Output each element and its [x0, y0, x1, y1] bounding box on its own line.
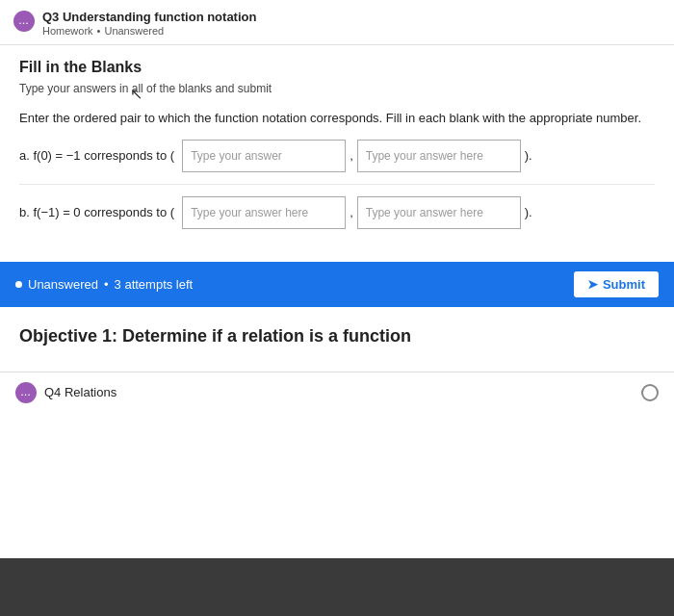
footer-status-label: Unanswered: [28, 277, 98, 292]
q4-row[interactable]: ... Q4 Relations: [0, 372, 674, 413]
bottom-bar: [0, 558, 674, 616]
row-a-label: a. f(0) = −1 corresponds to (: [19, 148, 174, 163]
q4-circle-icon: [641, 384, 659, 401]
objective-section: Objective 1: Determine if a relation is …: [0, 307, 674, 372]
objective-title: Objective 1: Determine if a relation is …: [19, 326, 655, 346]
submit-label: Submit: [603, 277, 645, 292]
q4-label: Q4 Relations: [44, 385, 117, 399]
blank-row-a: a. f(0) = −1 corresponds to ( , ).: [19, 140, 655, 172]
footer-separator: •: [104, 277, 109, 292]
separator-dot: •: [97, 25, 101, 37]
question-description: Enter the ordered pair to which the func…: [19, 109, 655, 128]
question-title: Q3 Understanding function notation: [42, 10, 256, 24]
row-b-comma: ,: [350, 205, 353, 219]
row-b-input2[interactable]: [357, 196, 521, 229]
status-dot: [15, 281, 22, 288]
row-separator: [19, 184, 655, 185]
submit-arrow-icon: ➤: [587, 277, 598, 292]
question-header: ... Q3 Understanding function notation H…: [0, 0, 674, 45]
row-a-close: ).: [525, 148, 532, 163]
question-status: Unanswered: [104, 25, 164, 37]
question-type: Homework: [42, 25, 93, 37]
submit-button[interactable]: ➤ Submit: [574, 271, 659, 297]
row-a-comma: ,: [350, 148, 353, 163]
footer-attempts: 3 attempts left: [115, 277, 194, 292]
footer-status: Unanswered • 3 attempts left: [15, 277, 193, 292]
row-b-label: b. f(−1) = 0 corresponds to (: [19, 205, 174, 219]
q4-icon-label: ...: [21, 388, 32, 398]
row-b-close: ).: [525, 205, 532, 219]
header-text: Q3 Understanding function notation Homew…: [42, 10, 256, 37]
q4-left: ... Q4 Relations: [15, 382, 117, 403]
question-meta: Homework • Unanswered: [42, 25, 256, 37]
q4-icon: ...: [15, 382, 37, 403]
question-title-text: Understanding function notation: [63, 10, 256, 24]
header-icon: ...: [13, 11, 35, 32]
row-a-input2[interactable]: [357, 140, 521, 172]
main-content: Fill in the Blanks Type your answers in …: [0, 45, 674, 254]
question-number: Q3: [42, 10, 59, 24]
footer-bar: Unanswered • 3 attempts left ➤ Submit: [0, 262, 674, 307]
header-icon-label: ...: [19, 16, 30, 26]
instruction-text: Type your answers in all of the blanks a…: [19, 82, 655, 95]
section-title: Fill in the Blanks: [19, 59, 655, 76]
row-b-input1[interactable]: [182, 196, 346, 229]
blank-row-b: b. f(−1) = 0 corresponds to ( , ).: [19, 196, 655, 229]
row-a-input1[interactable]: [182, 140, 346, 172]
